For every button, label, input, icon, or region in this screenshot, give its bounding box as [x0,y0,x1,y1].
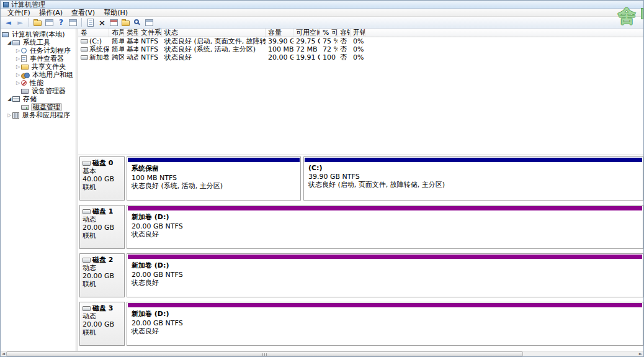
services-icon [12,112,19,119]
disk-row-3: 磁盘 3 动态 20.00 GB 联机 新加卷 (D:) 20.00 GB NT… [79,302,643,346]
scrollbar-thumb[interactable] [6,351,523,356]
forward-icon[interactable]: ► [15,17,25,27]
toolbar-separator [29,18,29,27]
tree-item-system-tools[interactable]: ◢ 系统工具 [1,38,76,47]
disk-kind: 动态 [83,312,124,320]
settings-window-icon[interactable] [144,17,154,27]
system-tools-icon [12,40,20,45]
tree-item-services-apps[interactable]: ▷ 服务和应用程序 [1,111,76,119]
disk-status: 联机 [83,183,124,191]
disk-size: 20.00 GB [83,320,124,328]
col-layout[interactable]: 布局 [109,29,124,37]
disk-kind: 动态 [83,215,124,224]
tree-item-task-scheduler[interactable]: ▷ 任务计划程序 [1,47,76,55]
col-volume[interactable]: 卷 [78,29,109,37]
console-tree: 计算机管理(本地) ◢ 系统工具 ▷ 任务计划程序 ▷ 事件查看器 ▷ 共享文件… [1,29,76,351]
menu-file[interactable]: 文件(F) [3,9,35,17]
tree-item-event-viewer[interactable]: ▷ 事件查看器 [1,55,76,63]
main-area: 计算机管理(本地) ◢ 系统工具 ▷ 任务计划程序 ▷ 事件查看器 ▷ 共享文件… [1,29,643,351]
window-title: 计算机管理 [11,1,45,8]
toolbar-separator [81,18,82,27]
partition-c[interactable]: (C:) 39.90 GB NTFS 状态良好 (启动, 页面文件, 故障转储,… [303,156,643,201]
device-manager-icon [21,89,29,94]
partition-new-volume-d[interactable]: 新加卷 (D:) 20.00 GB NTFS 状态良好 [127,253,643,297]
disk-status: 联机 [83,232,124,240]
col-free-space[interactable]: 可用空间 [293,29,320,37]
expander-collapsed-icon[interactable]: ▷ [15,71,21,79]
disk-0-label[interactable]: 磁盘 0 基本 40.00 GB 联机 [79,156,125,201]
disk-icon [83,209,91,214]
partition-new-volume-d[interactable]: 新加卷 (D:) 20.00 GB NTFS 状态良好 [127,302,643,346]
computer-icon [2,32,9,37]
storage-icon [12,96,20,102]
col-type[interactable]: 类型 [124,29,138,37]
refresh-page-icon[interactable] [85,17,96,27]
delete-icon[interactable]: × [97,17,107,27]
disk-size: 40.00 GB [83,175,124,183]
col-fault-tolerance[interactable]: 容错 [338,29,351,37]
console-window-icon-2[interactable] [68,17,78,27]
expander-collapsed-icon[interactable]: ▷ [15,55,21,63]
tree-item-local-users[interactable]: ▷ 本地用户和组 [1,71,76,79]
partition-color-strip [128,303,642,307]
tree-item-storage[interactable]: ◢ 存储 [1,95,76,103]
menu-help[interactable]: 帮助(H) [99,9,132,17]
menu-action[interactable]: 操作(A) [35,9,67,17]
disk-icon [83,161,91,166]
tree-item-performance[interactable]: ▷ 性能 [1,79,76,87]
performance-icon [21,80,27,86]
col-status[interactable]: 状态 [162,29,266,37]
expander-collapsed-icon[interactable]: ▷ [15,63,21,71]
tree-item-disk-management[interactable]: 磁盘管理 [1,103,76,111]
console-window-icon[interactable] [44,17,55,27]
disk-3-label[interactable]: 磁盘 3 动态 20.00 GB 联机 [79,302,125,346]
disk-kind: 基本 [83,167,124,175]
disk-icon [83,306,91,311]
col-filler [365,29,643,37]
volume-row-system-reserved[interactable]: 系统保留 简单 基本 NTFS 状态良好 (系统, 活动, 主分区) 100 M… [78,45,643,53]
volume-row-c[interactable]: (C:) 简单 基本 NTFS 状态良好 (启动, 页面文件, 故障转储, 主分… [78,37,643,45]
volume-list: 卷 布局 类型 文件系统 状态 容量 可用空间 % 可用 容错 开销 (C:) … [78,29,643,155]
partition-new-volume-d[interactable]: 新加卷 (D:) 20.00 GB NTFS 状态良好 [127,205,643,249]
graphical-disk-view: 磁盘 0 基本 40.00 GB 联机 系统保留 100 MB NTFS 状态良… [78,155,643,351]
col-filesystem[interactable]: 文件系统 [138,29,162,37]
disk-icon [83,258,91,263]
help-icon[interactable]: ? [56,17,66,27]
partition-color-strip [128,206,642,210]
disk-row-0: 磁盘 0 基本 40.00 GB 联机 系统保留 100 MB NTFS 状态良… [79,156,643,201]
disk-management-icon [21,105,29,110]
partition-color-strip [128,255,642,259]
volume-icon [81,55,88,60]
partition-system-reserved[interactable]: 系统保留 100 MB NTFS 状态良好 (系统, 活动, 主分区) [127,156,301,201]
horizontal-scrollbar[interactable]: ◄ ► [1,351,643,356]
event-viewer-icon [21,55,27,62]
tree-item-computer-management[interactable]: 计算机管理(本地) [1,30,76,38]
menu-bar: 文件(F) 操作(A) 查看(V) 帮助(H) [1,9,643,17]
col-overhead[interactable]: 开销 [351,29,365,37]
show-console-tree-icon[interactable] [32,17,43,27]
expander-expanded-icon[interactable]: ◢ [6,38,12,47]
scroll-left-icon[interactable]: ◄ [1,351,6,356]
volume-icon [81,39,88,43]
tree-item-device-manager[interactable]: 设备管理器 [1,87,76,95]
disk-size: 20.00 GB [83,272,124,280]
expander-collapsed-icon[interactable]: ▷ [6,111,12,119]
volume-row-new-volume[interactable]: 新加卷 ... 跨区 动态 NTFS 状态良好 20.00 GB 19.91 G… [78,53,643,61]
tree-item-shared-folders[interactable]: ▷ 共享文件夹 [1,63,76,71]
col-pct-free[interactable]: % 可用 [320,29,338,37]
open-folder-icon[interactable] [120,17,131,27]
disk-2-label[interactable]: 磁盘 2 动态 20.00 GB 联机 [79,253,125,297]
expander-collapsed-icon[interactable]: ▷ [15,47,21,55]
col-capacity[interactable]: 容量 [266,29,293,37]
properties-icon[interactable] [109,17,119,27]
expander-expanded-icon[interactable]: ◢ [6,95,12,103]
back-icon[interactable]: ◄ [3,17,14,27]
local-users-icon [21,72,29,78]
scroll-right-icon[interactable]: ► [638,351,643,356]
disk-status: 联机 [83,280,124,288]
expander-collapsed-icon[interactable]: ▷ [15,79,21,87]
watermark-partial-glyph [641,8,643,19]
views-magnifier-icon[interactable] [132,17,143,27]
disk-1-label[interactable]: 磁盘 1 动态 20.00 GB 联机 [79,205,125,249]
menu-view[interactable]: 查看(V) [67,9,99,17]
